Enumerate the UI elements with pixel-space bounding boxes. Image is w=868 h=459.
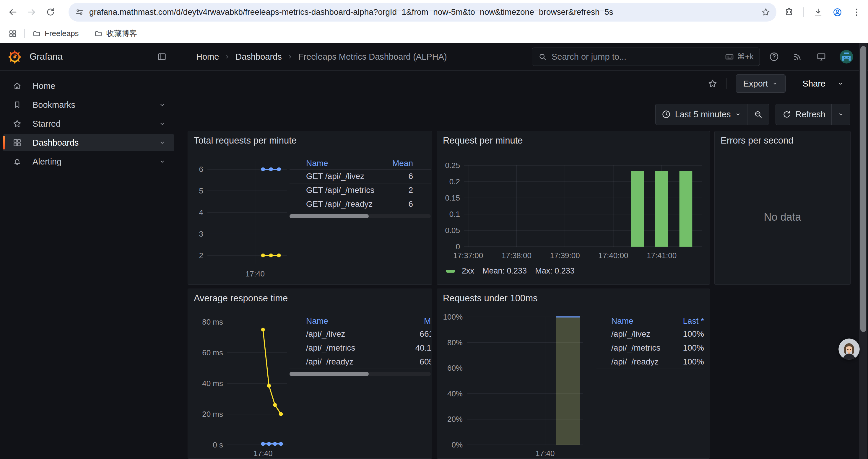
legend-column-header[interactable]: Mean — [403, 316, 431, 326]
series-value: 100% — [670, 357, 704, 366]
series-name[interactable]: /api/_/metrics — [306, 343, 403, 353]
series-name[interactable]: 2xx — [462, 266, 474, 275]
legend-h-scrollbar[interactable] — [289, 372, 431, 376]
panel-errors-per-second: Errors per second No data — [714, 131, 850, 285]
legend-row[interactable]: GET /api/_/livez6 — [289, 169, 431, 184]
chevron-down-icon — [158, 139, 166, 146]
legend-row[interactable]: /api/_/livez100% — [596, 327, 704, 341]
series-name[interactable]: /api/_/metrics — [611, 343, 670, 353]
sidebar-item-label: Dashboards — [32, 138, 158, 148]
chevron-down-icon — [158, 120, 166, 128]
sidebar-item-starred[interactable]: Starred — [3, 115, 174, 132]
display-icon[interactable] — [816, 52, 827, 62]
legend-row[interactable]: /api/_/readyz100% — [596, 355, 704, 369]
dock-menu-icon[interactable] — [157, 52, 167, 62]
legend-h-scrollbar[interactable] — [289, 214, 431, 218]
refresh-button[interactable]: Refresh — [776, 104, 831, 125]
legend-column-header[interactable]: Last * — [670, 316, 704, 326]
chevron-down-icon — [158, 101, 166, 109]
browser-menu-icon[interactable] — [852, 7, 862, 17]
bell-icon — [12, 157, 22, 166]
series-value: 661 µs — [403, 329, 431, 339]
sidebar-item-dashboards[interactable]: Dashboards — [3, 134, 174, 151]
url-text[interactable]: grafana.mathmast.com/d/deytv4rwavabkb/fr… — [89, 7, 757, 17]
scrollbar-thumb[interactable] — [289, 372, 369, 376]
search-input[interactable]: Search or jump to... ⌘+k — [532, 47, 760, 66]
breadcrumb-dashboards[interactable]: Dashboards — [236, 52, 282, 62]
brand-area: Grafana — [0, 43, 177, 70]
legend-row[interactable]: /api/_/metrics100% — [596, 341, 704, 355]
panel-average-response-time: 0 s20 ms40 ms60 ms80 ms17:40Average resp… — [188, 289, 432, 459]
share-button-main[interactable]: Share — [795, 74, 833, 93]
bookmarks-bar: Freeleaps 收藏博客 — [0, 24, 868, 43]
series-name[interactable]: GET /api/_/metrics — [306, 186, 378, 195]
extensions-icon[interactable] — [784, 7, 794, 17]
sidebar: HomeBookmarksStarredDashboardsAlerting — [3, 77, 174, 172]
reload-icon[interactable] — [45, 7, 56, 17]
legend-column-header[interactable]: Mean — [378, 159, 413, 168]
panel-title[interactable]: Total requests per minute — [194, 135, 297, 146]
series-name[interactable]: /api/_/livez — [306, 329, 403, 339]
bookmark-folder-freeleaps[interactable]: Freeleaps — [32, 29, 79, 38]
legend-header-row: NameMeanLas — [289, 315, 431, 327]
chevron-right-icon — [286, 53, 294, 60]
legend-row[interactable]: GET /api/_/metrics2 — [289, 184, 431, 197]
sidebar-item-label: Bookmarks — [32, 100, 158, 110]
profile-icon[interactable] — [833, 7, 842, 17]
scrollbar-thumb[interactable] — [289, 214, 369, 218]
legend-row[interactable]: /api/_/readyz605 µs620 — [289, 355, 431, 369]
series-value: 100% — [670, 343, 704, 353]
sidebar-item-alerting[interactable]: Alerting — [3, 153, 174, 170]
sidebar-item-label: Starred — [32, 119, 158, 129]
assistant-avatar[interactable] — [838, 338, 860, 360]
time-controls: Last 5 minutes Refresh — [655, 104, 850, 125]
downloads-icon[interactable] — [813, 7, 823, 17]
series-name[interactable]: /api/_/readyz — [306, 357, 403, 366]
bookmark-star-icon[interactable] — [761, 7, 771, 17]
series-name[interactable]: GET /api/_/readyz — [306, 199, 378, 209]
keyboard-icon — [725, 52, 734, 61]
dashboard-toolbar: Export Share — [708, 74, 847, 93]
refresh-interval-dropdown[interactable] — [831, 104, 850, 125]
breadcrumb-home[interactable]: Home — [196, 52, 219, 62]
svg-text:17:40: 17:40 — [536, 449, 555, 458]
panel-title[interactable]: Request per minute — [443, 135, 523, 146]
sidebar-item-bookmarks[interactable]: Bookmarks — [3, 96, 174, 113]
bookmark-folder-label: Freeleaps — [44, 29, 79, 38]
sidebar-item-home[interactable]: Home — [3, 77, 174, 95]
site-settings-icon[interactable] — [75, 8, 84, 17]
legend-row[interactable]: /api/_/metrics40.1 ms20.5 r — [289, 341, 431, 355]
panel-title[interactable]: Errors per second — [720, 135, 793, 146]
series-name[interactable]: /api/_/livez — [611, 329, 670, 339]
series-name[interactable]: GET /api/_/livez — [306, 172, 378, 181]
bookmarks-divider — [24, 29, 25, 38]
help-icon[interactable] — [769, 52, 779, 62]
scrollbar-thumb[interactable] — [860, 46, 866, 332]
url-bar[interactable]: grafana.mathmast.com/d/deytv4rwavabkb/fr… — [68, 3, 776, 22]
page-scrollbar[interactable] — [859, 43, 867, 459]
export-button[interactable]: Export — [736, 74, 785, 93]
favorite-dashboard-icon[interactable] — [708, 78, 718, 89]
panel-title[interactable]: Requests under 100ms — [443, 293, 538, 304]
apps-grid-icon[interactable] — [8, 29, 17, 38]
legend-row[interactable]: /api/_/livez661 µs646 — [289, 327, 431, 341]
legend-column-header[interactable]: Name — [306, 316, 403, 326]
panel-title[interactable]: Average response time — [194, 293, 288, 304]
search-shortcut: ⌘+k — [725, 52, 754, 61]
legend-column-header[interactable]: Name — [611, 316, 670, 326]
time-range-picker[interactable]: Last 5 minutes — [656, 104, 747, 125]
news-icon[interactable] — [793, 52, 803, 62]
legend-column-header[interactable]: Name — [306, 159, 378, 168]
bookmark-icon — [12, 100, 22, 109]
back-icon[interactable] — [8, 7, 18, 17]
share-button[interactable]: Share — [795, 74, 847, 93]
svg-text:0.25: 0.25 — [445, 161, 460, 170]
bookmark-folder-blogs[interactable]: 收藏博客 — [94, 28, 137, 39]
forward-icon[interactable] — [27, 7, 37, 17]
svg-text:4: 4 — [199, 208, 203, 217]
share-button-dropdown[interactable] — [834, 74, 847, 93]
series-name[interactable]: /api/_/readyz — [611, 357, 670, 366]
legend-row[interactable]: GET /api/_/readyz6 — [289, 197, 431, 211]
user-avatar[interactable] — [840, 50, 853, 64]
zoom-out-button[interactable] — [747, 104, 769, 125]
